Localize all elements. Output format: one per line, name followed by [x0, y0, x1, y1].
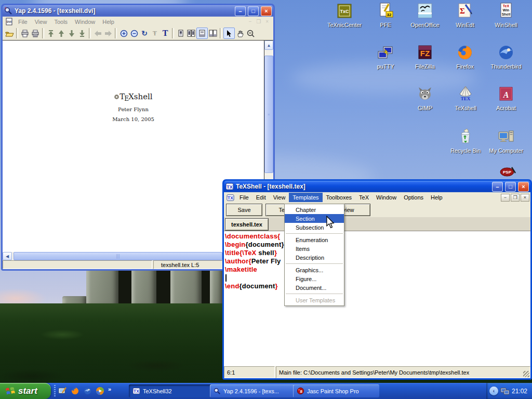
save-button[interactable]: Save [226, 204, 262, 216]
refresh-icon[interactable]: ↻ [139, 28, 150, 38]
mdi-restore-button[interactable]: ❒ [511, 194, 520, 202]
menu-item-enumeration[interactable]: Enumeration [285, 235, 344, 244]
menu-file[interactable]: File [236, 193, 252, 202]
mdi-minimize-button[interactable]: − [501, 194, 510, 202]
desktop-icon-texniccenter[interactable]: TxC TeXnicCenter [324, 2, 365, 29]
yap-minimize-button[interactable]: − [235, 6, 246, 16]
last-page-icon[interactable] [77, 28, 87, 38]
pfe-icon: 32 [377, 2, 394, 20]
desktop-icon-winedt[interactable]: Σ WinEdt [445, 2, 485, 29]
yap-maximize-button[interactable]: □ [248, 6, 259, 16]
forward-icon[interactable] [103, 28, 113, 38]
menu-item-chapter[interactable]: Chapter [285, 205, 344, 214]
text-tool-icon[interactable]: T [160, 28, 170, 38]
menu-toolboxes[interactable]: Toolboxes [323, 193, 356, 202]
hand-tool-icon[interactable] [235, 28, 245, 38]
yap-mdi-controls[interactable]: − ❒ × [249, 19, 270, 24]
yap-menu-help[interactable]: Help [99, 17, 118, 26]
menu-view[interactable]: View [270, 193, 289, 202]
magnifier-tool-icon[interactable] [245, 28, 256, 38]
continuous-facing-icon[interactable] [208, 28, 218, 38]
svg-text:DVI: DVI [7, 20, 12, 23]
taskbar-button-texshell32[interactable]: TX TeXShell32 [129, 384, 215, 397]
quick-launch-overflow-chevron[interactable]: » [108, 386, 111, 392]
yap-menu-window[interactable]: Window [71, 17, 99, 26]
editor-line: \documentclass{ [225, 232, 530, 241]
menu-edit[interactable]: Edit [252, 193, 270, 202]
resize-grip[interactable] [523, 371, 529, 377]
desktop-icon-recycle-bin[interactable]: Recycle Bin [445, 128, 486, 155]
desktop-icon-filezilla[interactable]: FZ FileZilla [405, 44, 445, 71]
yap-title-bar[interactable]: Yap 2.4.1596 - [texshell.dvi] − □ × [3, 5, 273, 17]
texshell-menu-bar: TX File Edit View Templates Toolboxes Te… [224, 192, 530, 203]
media-player-icon[interactable] [95, 386, 104, 395]
single-page-icon[interactable] [176, 28, 186, 38]
clock[interactable]: 21:02 [512, 388, 527, 395]
menu-tex[interactable]: TeX [355, 193, 373, 202]
zoom-out-icon[interactable] [129, 28, 139, 38]
texshell-close-button[interactable]: × [518, 182, 529, 192]
desktop-icon-my-computer[interactable]: My Computer [486, 128, 526, 155]
yap-close-button[interactable]: × [261, 6, 272, 16]
start-button[interactable]: start [0, 383, 51, 399]
menu-item-section[interactable]: Section [285, 214, 344, 223]
scroll-up-arrow[interactable]: ▲ [264, 41, 273, 50]
desktop-icon-winshell[interactable]: TeXWinShell WinShell [486, 2, 526, 29]
yap-menu-view[interactable]: View [31, 17, 51, 26]
menu-item-user-templates[interactable]: User Templates [285, 296, 344, 304]
quick-launch-handle[interactable] [54, 385, 56, 397]
taskbar-button-paint-shop-pro[interactable]: 8 Jasc Paint Shop Pro [293, 384, 379, 397]
menu-item-document[interactable]: Document... [285, 283, 344, 292]
menu-window[interactable]: Window [373, 193, 400, 202]
menu-options[interactable]: Options [400, 193, 427, 202]
firefox-icon[interactable] [70, 386, 79, 395]
desktop-icon-acrobat[interactable]: A Acrobat [486, 85, 526, 112]
network-status-icon[interactable] [500, 387, 510, 395]
texshell-icon: TEX [457, 85, 474, 103]
menu-item-figure[interactable]: Figure... [285, 274, 344, 283]
texshell-minimize-button[interactable]: − [492, 182, 503, 192]
putty-icon [377, 44, 394, 61]
menu-help[interactable]: Help [427, 193, 446, 202]
scroll-left-arrow[interactable]: ◀ [3, 252, 12, 260]
shell-logo-icon [114, 94, 119, 100]
show-desktop-icon[interactable] [58, 386, 67, 395]
yap-menu-tools[interactable]: Tools [50, 17, 71, 26]
desktop-icon-putty[interactable]: puTTY [365, 44, 406, 71]
thunderbird-icon[interactable] [83, 386, 92, 395]
texshell-title-bar[interactable]: TX TeXShell - [texshell.tex] − □ × [224, 181, 530, 192]
back-icon[interactable] [92, 28, 103, 38]
desktop-icon-texshell[interactable]: TEX TeXshell [445, 85, 486, 112]
tray-chevron-button[interactable]: ‹ [489, 387, 498, 395]
desktop-icon-openoffice[interactable]: OpenOffice [405, 2, 445, 29]
menu-templates[interactable]: Templates [289, 193, 322, 202]
print-setup-icon[interactable] [30, 28, 41, 38]
menu-item-items[interactable]: Items [285, 244, 344, 253]
scroll-thumb[interactable]: ||| [14, 252, 222, 260]
mdi-close-button[interactable]: × [521, 194, 529, 202]
prev-page-icon[interactable] [56, 28, 66, 38]
zoom-in-icon[interactable] [118, 28, 129, 38]
desktop-icon-gimp[interactable]: GIMP [405, 85, 445, 112]
continuous-icon[interactable] [196, 28, 208, 39]
open-icon[interactable] [4, 28, 15, 38]
next-page-icon[interactable] [66, 28, 77, 38]
desktop-icon-firefox[interactable]: Firefox [445, 44, 485, 71]
svg-text:Σ: Σ [460, 7, 465, 15]
desktop-icon-thunderbird[interactable]: Thunderbird [486, 44, 526, 71]
menu-item-description[interactable]: Description [285, 253, 344, 262]
menu-item-subsection[interactable]: Subsection [285, 223, 344, 232]
yap-menu-file[interactable]: File [15, 17, 31, 26]
print-icon[interactable] [20, 28, 30, 38]
scroll-thumb[interactable]: ≡ [264, 56, 273, 173]
texshell-maximize-button[interactable]: □ [505, 182, 516, 192]
taskbar-button-yap[interactable]: Yap 2.4.1596 - [texs... [210, 384, 298, 397]
select-tool-icon[interactable] [223, 28, 235, 39]
ruler-tool-icon[interactable]: Ŧ [150, 28, 160, 38]
menu-item-graphics[interactable]: Graphics... [285, 265, 344, 274]
editor-area[interactable]: \documentclass{ \begin{document} \title{… [224, 231, 530, 366]
first-page-icon[interactable] [46, 28, 56, 38]
facing-pages-icon[interactable] [186, 28, 196, 38]
tab-texshell-tex[interactable]: texshell.tex [225, 218, 269, 231]
desktop-icon-pfe[interactable]: 32 PFE [365, 2, 406, 29]
